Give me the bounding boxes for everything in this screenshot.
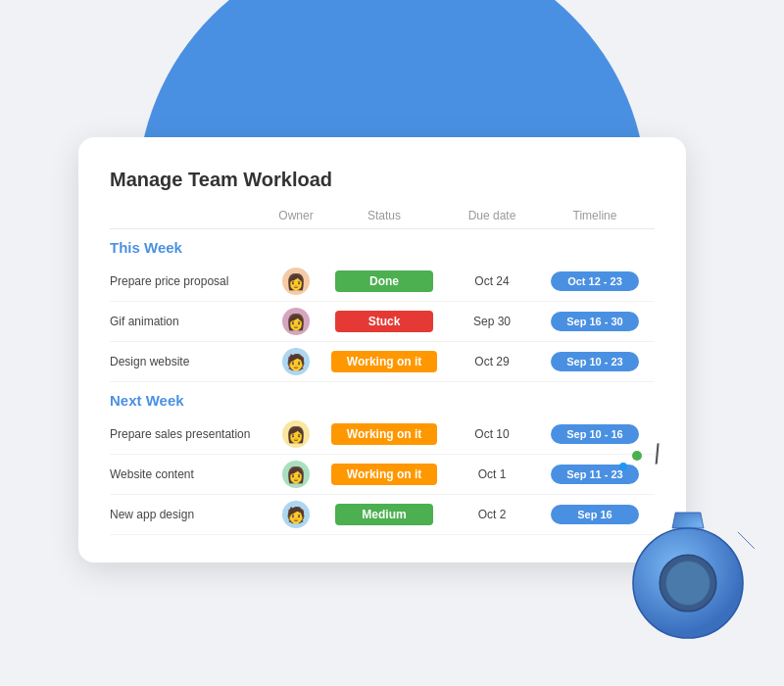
row-owner: 👩: [267, 420, 325, 448]
task-name: Gif animation: [110, 315, 267, 328]
table-row: Prepare sales presentation 👩 Working on …: [110, 415, 655, 455]
row-timeline: Sep 11 - 23: [541, 465, 649, 484]
avatar: 👩: [282, 420, 310, 448]
col-timeline: Timeline: [541, 209, 649, 222]
avatar: 👩: [282, 268, 310, 295]
task-name: Prepare price proposal: [110, 274, 267, 288]
task-name: Prepare sales presentation: [110, 427, 267, 441]
row-owner: 👩: [267, 461, 325, 488]
due-date: Oct 29: [443, 355, 541, 368]
table-row: New app design 🧑 Medium Oct 2 Sep 16: [110, 495, 655, 535]
due-date: Oct 10: [443, 427, 541, 441]
row-timeline: Oct 12 - 23: [541, 271, 649, 291]
table-header: Owner Status Due date Timeline: [110, 209, 655, 229]
main-card: Manage Team Workload Owner Status Due da…: [78, 137, 686, 563]
row-status: Working on it: [325, 351, 443, 372]
dot-decoration-blue: [619, 463, 627, 470]
row-owner: 👩: [267, 308, 325, 335]
timeline-badge: Oct 12 - 23: [551, 271, 639, 291]
dot-decoration-green: [632, 451, 642, 461]
svg-point-2: [666, 562, 710, 606]
col-due-date: Due date: [443, 209, 541, 222]
row-status: Working on it: [325, 423, 443, 445]
col-owner: Owner: [267, 209, 325, 222]
row-owner: 👩: [267, 268, 325, 295]
row-status: Medium: [325, 504, 443, 525]
task-name: Design website: [110, 355, 267, 368]
timeline-badge: Sep 10 - 23: [551, 352, 639, 371]
section-next-week: Next Week: [110, 392, 655, 409]
row-timeline: Sep 10 - 16: [541, 424, 649, 444]
row-owner: 🧑: [267, 501, 325, 528]
col-task: [110, 209, 267, 222]
status-badge: Stuck: [335, 311, 433, 332]
table-row: Gif animation 👩 Stuck Sep 30 Sep 16 - 30: [110, 302, 655, 342]
task-name: Website content: [110, 467, 267, 481]
task-name: New app design: [110, 508, 267, 521]
status-badge: Working on it: [331, 351, 437, 372]
page-title: Manage Team Workload: [110, 169, 655, 191]
due-date: Oct 1: [443, 467, 541, 481]
col-status: Status: [325, 209, 443, 222]
row-status: Done: [325, 270, 443, 292]
avatar: 🧑: [282, 501, 310, 528]
row-timeline: Sep 10 - 23: [541, 352, 649, 371]
due-date: Oct 2: [443, 508, 541, 521]
due-date: Sep 30: [443, 315, 541, 328]
status-badge: Medium: [335, 504, 433, 525]
avatar: 👩: [282, 308, 310, 335]
gear-icon: [610, 505, 766, 662]
status-badge: Done: [335, 270, 433, 292]
section-this-week: This Week: [110, 239, 655, 256]
row-status: Stuck: [325, 311, 443, 332]
table-row: Website content 👩 Working on it Oct 1 Se…: [110, 455, 655, 495]
row-owner: 🧑: [267, 348, 325, 375]
table-row: Design website 🧑 Working on it Oct 29 Se…: [110, 342, 655, 382]
row-timeline: Sep 16 - 30: [541, 312, 649, 331]
row-status: Working on it: [325, 464, 443, 485]
timeline-badge: Sep 10 - 16: [551, 424, 639, 444]
avatar: 🧑: [282, 348, 310, 375]
avatar: 👩: [282, 461, 310, 488]
due-date: Oct 24: [443, 274, 541, 288]
status-badge: Working on it: [331, 423, 437, 445]
table-row: Prepare price proposal 👩 Done Oct 24 Oct…: [110, 262, 655, 302]
timeline-badge: Sep 16 - 30: [551, 312, 639, 331]
status-badge: Working on it: [331, 464, 437, 485]
